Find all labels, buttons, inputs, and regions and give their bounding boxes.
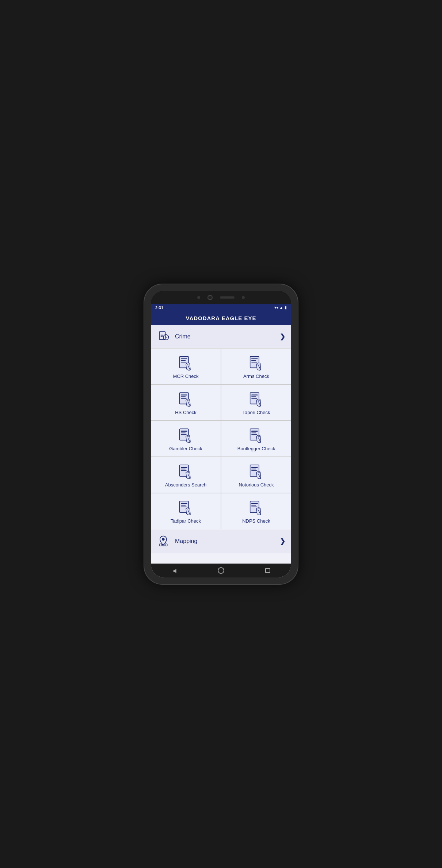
svg-rect-49 bbox=[181, 505, 186, 505]
svg-rect-40 bbox=[181, 470, 187, 471]
svg-rect-53 bbox=[251, 503, 258, 504]
speaker bbox=[220, 296, 235, 299]
status-time: 2:31 bbox=[155, 306, 163, 310]
svg-rect-19 bbox=[181, 396, 186, 397]
grid-item-tapori-check[interactable]: Tapori Check bbox=[221, 385, 291, 420]
grid-item-bootlegger-check[interactable]: Bootlegger Check bbox=[221, 421, 291, 456]
svg-rect-18 bbox=[181, 394, 187, 395]
svg-rect-60 bbox=[165, 544, 167, 546]
grid-item-mcr-check[interactable]: MCR Check bbox=[151, 349, 221, 384]
camera-lens bbox=[207, 295, 213, 300]
svg-rect-13 bbox=[251, 358, 258, 359]
svg-rect-14 bbox=[251, 360, 256, 361]
svg-rect-29 bbox=[181, 432, 186, 433]
arms-check-icon bbox=[247, 355, 266, 374]
recent-icon bbox=[265, 568, 270, 573]
svg-rect-34 bbox=[251, 432, 256, 433]
section-row-crime[interactable]: Crime ❯ bbox=[151, 325, 291, 349]
svg-rect-20 bbox=[181, 398, 187, 398]
grid-item-ndps-check[interactable]: NDPS Check bbox=[221, 493, 291, 529]
ndps-check-label: NDPS Check bbox=[242, 518, 270, 524]
camera-dot-left bbox=[197, 296, 200, 299]
gambler-check-icon bbox=[176, 427, 195, 446]
svg-rect-44 bbox=[251, 469, 256, 469]
svg-rect-0 bbox=[159, 331, 165, 340]
bootlegger-check-icon bbox=[247, 427, 266, 446]
tadipar-check-label: Tadipar Check bbox=[171, 518, 201, 524]
mapping-arrow: ❯ bbox=[280, 537, 285, 545]
mapping-icon bbox=[157, 535, 170, 548]
back-icon: ◀ bbox=[172, 568, 176, 573]
svg-rect-25 bbox=[251, 398, 257, 398]
svg-rect-10 bbox=[181, 361, 187, 362]
phone-device: 2:31 ▾◂ ▲ ▮ VADODARA EAGLE EYE bbox=[144, 284, 298, 584]
mcr-check-icon bbox=[176, 355, 195, 374]
svg-rect-48 bbox=[181, 503, 187, 504]
app-header: VADODARA EAGLE EYE bbox=[151, 311, 291, 325]
signal-icon: ▲ bbox=[279, 306, 283, 310]
svg-rect-35 bbox=[251, 434, 257, 435]
checks-grid: MCR Check Arms Check bbox=[151, 349, 291, 529]
svg-rect-33 bbox=[251, 431, 258, 432]
svg-rect-50 bbox=[181, 506, 187, 507]
grid-item-hs-check[interactable]: HS Check bbox=[151, 385, 221, 420]
phone-screen: 2:31 ▾◂ ▲ ▮ VADODARA EAGLE EYE bbox=[151, 291, 291, 577]
grid-item-absconders-search[interactable]: Absconders Search bbox=[151, 457, 221, 493]
svg-rect-28 bbox=[181, 431, 187, 432]
crime-icon bbox=[157, 330, 170, 343]
section-row-mapping[interactable]: Mapping ❯ bbox=[151, 530, 291, 553]
grid-item-tadipar-check[interactable]: Tadipar Check bbox=[151, 493, 221, 529]
battery-icon: ▮ bbox=[285, 306, 287, 310]
camera-dot-right bbox=[242, 296, 245, 299]
home-icon bbox=[218, 567, 224, 574]
svg-rect-39 bbox=[181, 469, 186, 469]
svg-rect-55 bbox=[251, 506, 257, 507]
mapping-label: Mapping bbox=[175, 538, 280, 545]
svg-point-57 bbox=[162, 538, 164, 541]
svg-rect-8 bbox=[181, 358, 187, 359]
crime-arrow: ❯ bbox=[280, 333, 285, 341]
grid-item-gambler-check[interactable]: Gambler Check bbox=[151, 421, 221, 456]
mcr-check-label: MCR Check bbox=[173, 374, 198, 379]
crime-label: Crime bbox=[175, 333, 280, 340]
svg-rect-54 bbox=[251, 505, 256, 505]
camera-bar bbox=[151, 291, 291, 304]
tadipar-check-icon bbox=[176, 499, 195, 518]
status-bar: 2:31 ▾◂ ▲ ▮ bbox=[151, 304, 291, 311]
nav-back-button[interactable]: ◀ bbox=[171, 567, 178, 574]
status-icons: ▾◂ ▲ ▮ bbox=[274, 306, 287, 310]
hs-check-label: HS Check bbox=[175, 410, 197, 415]
svg-rect-43 bbox=[251, 467, 258, 468]
screen: 2:31 ▾◂ ▲ ▮ VADODARA EAGLE EYE bbox=[151, 304, 291, 577]
ndps-check-icon bbox=[247, 499, 266, 518]
grid-item-notorious-check[interactable]: Notorious Check bbox=[221, 457, 291, 493]
wifi-icon: ▾◂ bbox=[274, 306, 278, 310]
hs-check-icon bbox=[176, 391, 195, 410]
notorious-check-label: Notorious Check bbox=[239, 482, 274, 488]
svg-rect-38 bbox=[181, 467, 187, 468]
svg-rect-23 bbox=[251, 394, 258, 395]
svg-rect-24 bbox=[251, 396, 256, 397]
tapori-check-icon bbox=[247, 391, 266, 410]
nav-recent-button[interactable] bbox=[264, 567, 271, 574]
nav-bar: ◀ bbox=[151, 564, 291, 577]
svg-rect-58 bbox=[159, 544, 161, 546]
svg-rect-9 bbox=[181, 360, 186, 361]
main-content: Crime ❯ bbox=[151, 325, 291, 564]
grid-item-arms-check[interactable]: Arms Check bbox=[221, 349, 291, 384]
arms-check-label: Arms Check bbox=[243, 374, 269, 379]
absconders-search-icon bbox=[176, 463, 195, 482]
notorious-check-icon bbox=[247, 463, 266, 482]
absconders-search-label: Absconders Search bbox=[165, 482, 206, 488]
svg-rect-15 bbox=[251, 361, 257, 362]
svg-rect-45 bbox=[251, 470, 257, 471]
nav-home-button[interactable] bbox=[217, 567, 225, 574]
svg-rect-30 bbox=[181, 434, 187, 435]
gambler-check-label: Gambler Check bbox=[169, 446, 202, 451]
tapori-check-label: Tapori Check bbox=[243, 410, 270, 415]
bootlegger-check-label: Bootlegger Check bbox=[237, 446, 275, 451]
app-title: VADODARA EAGLE EYE bbox=[186, 315, 256, 321]
